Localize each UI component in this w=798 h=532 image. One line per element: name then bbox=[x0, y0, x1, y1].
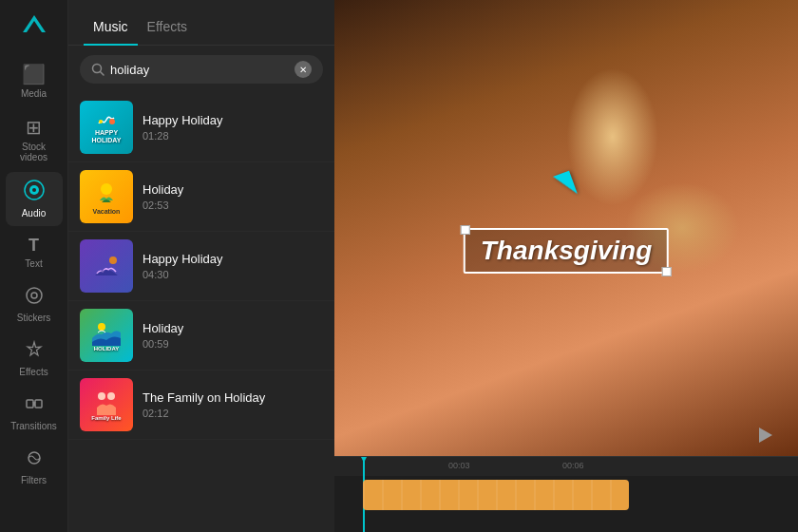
ruler-mark-2: 00:06 bbox=[562, 461, 584, 470]
timeline-track[interactable] bbox=[363, 480, 629, 510]
sidebar-item-stock-label: Stockvideos bbox=[20, 142, 48, 162]
transitions-icon bbox=[25, 394, 44, 418]
track-info: Holiday 00:59 bbox=[142, 321, 323, 350]
clear-search-button[interactable]: ✕ bbox=[294, 61, 312, 78]
track-name: The Family on Holiday bbox=[142, 390, 323, 405]
track-info: Happy Holiday 01:28 bbox=[142, 113, 323, 142]
text-icon: T bbox=[28, 236, 39, 256]
play-button[interactable] bbox=[752, 422, 779, 448]
svg-point-17 bbox=[98, 392, 105, 400]
track-pattern bbox=[363, 480, 629, 510]
svg-point-12 bbox=[99, 120, 103, 124]
svg-point-15 bbox=[109, 256, 117, 264]
tab-effects[interactable]: Effects bbox=[138, 10, 198, 46]
track-info: Holiday 02:53 bbox=[142, 182, 323, 211]
music-panel: Music Effects ✕ HA bbox=[68, 0, 334, 532]
track-name: Holiday bbox=[142, 182, 323, 197]
right-area: Thanksgiving 00:03 00:06 bbox=[334, 0, 798, 532]
track-list: HAPPY HOLIDAY Happy Holiday 01:28 Vacati… bbox=[68, 93, 334, 532]
svg-point-2 bbox=[32, 188, 36, 192]
track-thumbnail: HAPPY HOLIDAY bbox=[80, 101, 133, 154]
svg-point-4 bbox=[31, 293, 37, 298]
sidebar-item-stickers[interactable]: Stickers bbox=[6, 278, 63, 331]
sidebar-item-transitions[interactable]: Transitions bbox=[6, 387, 63, 439]
sidebar-item-audio-label: Audio bbox=[22, 208, 47, 218]
search-bar: ✕ bbox=[68, 46, 334, 93]
svg-point-16 bbox=[98, 323, 105, 331]
track-duration: 02:12 bbox=[142, 408, 323, 419]
track-duration: 00:59 bbox=[142, 338, 323, 350]
track-duration: 01:28 bbox=[142, 130, 323, 142]
svg-point-13 bbox=[101, 183, 112, 195]
filters-icon bbox=[25, 448, 44, 472]
track-item[interactable]: Happy Holiday 04:30 bbox=[68, 232, 334, 301]
track-duration: 02:53 bbox=[142, 200, 323, 211]
search-icon bbox=[91, 63, 104, 76]
stickers-icon bbox=[25, 286, 44, 310]
sidebar-item-text-label: Text bbox=[25, 258, 42, 269]
sidebar-item-effects-label: Effects bbox=[19, 367, 48, 377]
sidebar-item-transitions-label: Transitions bbox=[10, 421, 57, 431]
sidebar-item-media-label: Media bbox=[21, 88, 47, 99]
track-name: Happy Holiday bbox=[142, 113, 323, 127]
sidebar-item-filters[interactable]: Filters bbox=[6, 441, 63, 493]
svg-line-9 bbox=[101, 72, 104, 76]
sidebar-item-filters-label: Filters bbox=[21, 475, 47, 485]
search-input[interactable] bbox=[110, 63, 289, 77]
svg-rect-5 bbox=[27, 400, 33, 408]
sidebar-item-effects[interactable]: Effects bbox=[6, 332, 63, 385]
sidebar: ⬛ Media ⊞ Stockvideos Audio T Text Stick… bbox=[0, 0, 68, 532]
sidebar-item-media[interactable]: ⬛ Media bbox=[6, 55, 63, 106]
ruler-mark-1: 00:03 bbox=[448, 461, 470, 470]
track-info: Happy Holiday 04:30 bbox=[142, 252, 323, 280]
timeline-ruler: 00:03 00:06 bbox=[334, 457, 798, 476]
track-thumbnail: Family Life bbox=[80, 378, 133, 431]
track-name: Happy Holiday bbox=[142, 252, 323, 266]
track-duration: 04:30 bbox=[142, 269, 323, 280]
preview-area: Thanksgiving bbox=[334, 0, 798, 456]
track-thumbnail: Vacation bbox=[80, 170, 133, 223]
sidebar-item-text[interactable]: T Text bbox=[6, 228, 63, 276]
timeline-area: 00:03 00:06 bbox=[334, 456, 798, 532]
track-name: Holiday bbox=[142, 321, 323, 335]
sidebar-item-audio[interactable]: Audio bbox=[6, 172, 63, 226]
app-logo bbox=[17, 10, 51, 44]
tab-music[interactable]: Music bbox=[84, 10, 138, 46]
thanksgiving-label[interactable]: Thanksgiving bbox=[464, 228, 669, 274]
track-item[interactable]: Family Life The Family on Holiday 02:12 bbox=[68, 370, 334, 440]
track-item[interactable]: HAPPY HOLIDAY Happy Holiday 01:28 bbox=[68, 93, 334, 162]
sidebar-item-stock-videos[interactable]: ⊞ Stockvideos bbox=[6, 108, 63, 170]
sidebar-item-stickers-label: Stickers bbox=[17, 313, 51, 323]
stock-videos-icon: ⊞ bbox=[26, 116, 42, 139]
svg-rect-6 bbox=[35, 400, 42, 408]
panel-tabs: Music Effects bbox=[68, 0, 334, 46]
effects-icon bbox=[25, 340, 44, 364]
track-info: The Family on Holiday 02:12 bbox=[142, 390, 323, 419]
media-icon: ⬛ bbox=[22, 63, 46, 86]
track-item[interactable]: HOLIDAY Holiday 00:59 bbox=[68, 301, 334, 370]
track-item[interactable]: Vacation Holiday 02:53 bbox=[68, 162, 334, 232]
svg-point-3 bbox=[27, 288, 42, 303]
audio-icon bbox=[24, 180, 45, 205]
svg-point-18 bbox=[107, 392, 115, 400]
search-wrap: ✕ bbox=[80, 55, 323, 84]
track-thumbnail bbox=[80, 239, 133, 293]
track-thumbnail: HOLIDAY bbox=[80, 309, 133, 362]
svg-point-11 bbox=[109, 119, 115, 124]
play-icon bbox=[759, 428, 772, 443]
